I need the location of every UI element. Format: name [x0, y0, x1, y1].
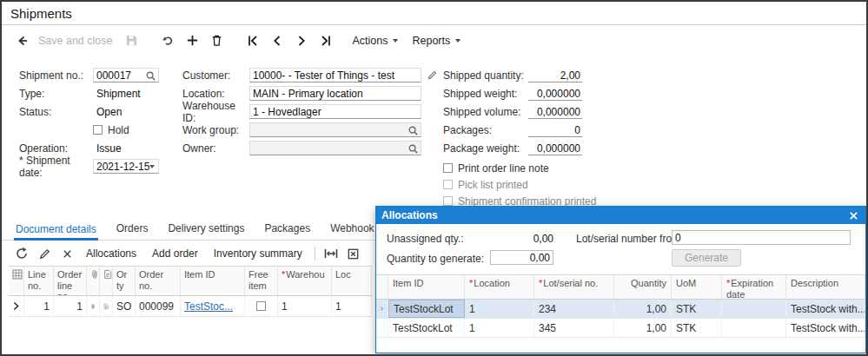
col-header-item-id[interactable]: Item ID: [388, 275, 465, 299]
reports-menu[interactable]: Reports: [412, 35, 461, 47]
cell-quantity[interactable]: 1,00: [614, 319, 672, 337]
col-header-uom[interactable]: UoM: [672, 275, 722, 299]
fit-columns-icon[interactable]: [320, 243, 342, 264]
customer-field[interactable]: 10000- - Tester of Things - test: [249, 68, 421, 82]
work-group-field[interactable]: [249, 122, 421, 137]
lookup-icon[interactable]: [407, 143, 419, 155]
cell-line-no[interactable]: 1: [24, 296, 54, 316]
cell-uom[interactable]: STK: [672, 300, 722, 318]
hold-checkbox[interactable]: [93, 125, 103, 135]
shipment-confirmation-printed-checkbox[interactable]: [443, 196, 453, 206]
col-header-location[interactable]: Loc: [332, 267, 372, 295]
edit-row-icon[interactable]: [33, 243, 56, 264]
col-header-free-item[interactable]: Free item: [245, 267, 278, 295]
owner-field[interactable]: [249, 141, 421, 155]
calendar-dropdown-icon[interactable]: [149, 165, 155, 168]
table-row[interactable]: TestStockLot 1 234 1,00 STK TestStock wi…: [376, 300, 865, 319]
add-order-button[interactable]: Add order: [152, 247, 198, 260]
col-header-line-no[interactable]: Line no.: [24, 267, 54, 295]
delete-icon[interactable]: [204, 30, 229, 52]
print-order-line-note-checkbox[interactable]: [443, 163, 453, 173]
note-icon[interactable]: [100, 296, 113, 316]
back-icon[interactable]: [10, 30, 35, 52]
allocations-dialog-header[interactable]: Allocations: [376, 207, 865, 224]
undo-icon[interactable]: [156, 30, 180, 52]
cell-uom[interactable]: STK: [672, 319, 722, 337]
next-record-icon[interactable]: [289, 30, 314, 52]
qty-to-generate-input[interactable]: [490, 250, 553, 265]
cell-order-line-no[interactable]: 1: [54, 296, 87, 316]
cell-item-id[interactable]: TestStockLot: [388, 300, 465, 318]
cell-warehouse[interactable]: 1: [278, 296, 332, 316]
first-record-icon[interactable]: [241, 30, 265, 52]
cell-location[interactable]: 1: [465, 300, 534, 318]
last-record-icon[interactable]: [314, 30, 338, 52]
save-and-close-button[interactable]: Save and close: [38, 35, 112, 47]
inventory-summary-button[interactable]: Inventory summary: [214, 247, 302, 260]
item-id-link[interactable]: TestStoc...: [184, 300, 233, 313]
tab-packages[interactable]: Packages: [262, 222, 312, 240]
cell-location[interactable]: 1: [332, 296, 372, 316]
col-header-expiration-date[interactable]: *Expiration date: [722, 275, 786, 299]
cell-description[interactable]: TestStock with...: [786, 319, 865, 337]
cell-description[interactable]: TestStock with...: [786, 300, 865, 318]
cell-lot-serial-no[interactable]: 234: [534, 300, 614, 318]
shipment-date-field[interactable]: 2021-12-15: [93, 159, 159, 174]
pick-list-printed-checkbox[interactable]: [443, 180, 453, 189]
cell-expiration-date[interactable]: [722, 319, 786, 337]
tab-orders[interactable]: Orders: [115, 222, 150, 240]
cell-free-item[interactable]: [245, 296, 278, 316]
lookup-icon[interactable]: [407, 125, 419, 136]
lot-serial-from-input[interactable]: [672, 230, 851, 245]
export-excel-icon[interactable]: [342, 243, 365, 264]
col-header-item-id[interactable]: Item ID: [181, 267, 245, 295]
previous-record-icon[interactable]: [265, 30, 289, 52]
active-row-marker-icon: [9, 296, 24, 316]
cell-quantity[interactable]: 1,00: [614, 300, 672, 318]
type-value: Shipment: [93, 86, 141, 101]
lot-serial-from-label: Lot/serial number from:: [576, 233, 683, 245]
col-header-lot-serial-no[interactable]: *Lot/serial no.: [534, 275, 614, 299]
allocations-grid: Item ID *Location *Lot/serial no. Quanti…: [376, 274, 865, 338]
add-icon[interactable]: [180, 30, 204, 52]
col-header-note[interactable]: [100, 267, 113, 295]
allocations-button[interactable]: Allocations: [86, 247, 136, 260]
col-header-order-no[interactable]: Order no.: [136, 267, 181, 295]
location-field[interactable]: MAIN - Primary location: [249, 86, 421, 101]
cell-item-id[interactable]: TestStockLot: [388, 319, 465, 337]
packages-value: 0: [528, 123, 582, 137]
tab-document-details[interactable]: Document details: [14, 223, 98, 241]
shipment-no-field[interactable]: 000017: [93, 68, 159, 82]
cell-expiration-date[interactable]: [722, 300, 786, 318]
refresh-icon[interactable]: [10, 243, 33, 264]
required-marker: *: [282, 269, 285, 280]
required-marker: *: [469, 278, 473, 288]
warehouse-id-field[interactable]: 1 - Hovedlager: [249, 104, 421, 119]
col-header-order-line-no[interactable]: Order line no.: [54, 267, 87, 295]
table-row[interactable]: 1 1 SO 000099 TestStoc... 1 1: [9, 296, 372, 317]
actions-menu[interactable]: Actions: [352, 35, 398, 47]
lookup-icon[interactable]: [145, 70, 156, 82]
edit-customer-icon[interactable]: [427, 69, 438, 81]
close-icon[interactable]: [847, 209, 860, 222]
cell-order-no[interactable]: 000099: [136, 296, 181, 316]
tab-delivery-settings[interactable]: Delivery settings: [166, 222, 246, 240]
col-header-attachment[interactable]: [87, 267, 100, 295]
customer-label: Customer:: [182, 69, 249, 82]
cell-location[interactable]: 1: [465, 319, 534, 337]
attachment-icon[interactable]: [87, 296, 100, 316]
generate-button[interactable]: Generate: [672, 249, 741, 267]
cell-item-id[interactable]: TestStoc...: [181, 296, 245, 316]
col-header-description[interactable]: Description: [786, 275, 865, 299]
free-item-checkbox[interactable]: [256, 301, 266, 311]
col-header-warehouse[interactable]: *Warehou: [278, 267, 332, 295]
cell-lot-serial-no[interactable]: 345: [534, 319, 614, 337]
delete-row-icon[interactable]: [56, 243, 78, 264]
col-header-location[interactable]: *Location: [465, 275, 534, 299]
row-selector-header-icon[interactable]: [9, 267, 24, 295]
save-icon[interactable]: [119, 30, 143, 52]
col-header-order-type[interactable]: Or ty: [113, 267, 136, 295]
col-header-quantity[interactable]: Quantity: [614, 275, 672, 299]
table-row[interactable]: TestStockLot 1 345 1,00 STK TestStock wi…: [376, 319, 865, 338]
cell-order-type[interactable]: SO: [113, 296, 136, 316]
